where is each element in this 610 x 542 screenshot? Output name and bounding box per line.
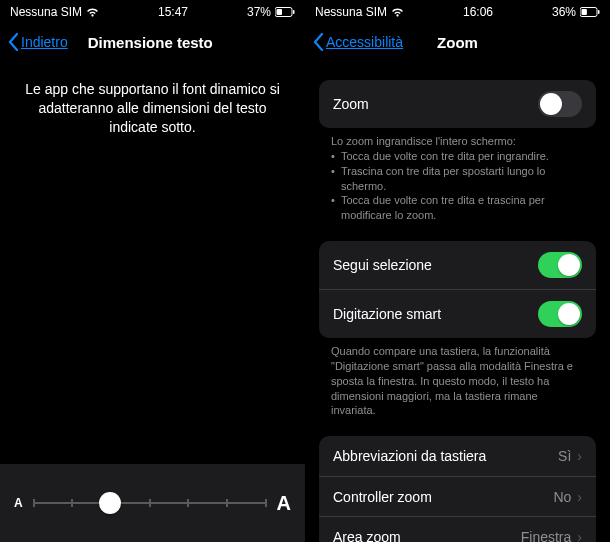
slider-ticks [33, 499, 267, 507]
row-keyboard-shortcuts[interactable]: Abbreviazioni da tastiera Sì› [319, 436, 596, 476]
wifi-icon [86, 7, 99, 17]
back-label: Accessibilità [326, 34, 403, 50]
slider-thumb[interactable] [99, 492, 121, 514]
page-title: Dimensione testo [88, 34, 213, 51]
chevron-left-icon [8, 33, 19, 51]
carrier-text: Nessuna SIM [10, 5, 82, 19]
svg-rect-4 [582, 9, 587, 15]
chevron-right-icon: › [577, 489, 582, 505]
bullet: Trascina con tre dita per spostarti lung… [331, 164, 584, 194]
row-label: Segui selezione [333, 257, 432, 273]
chevron-right-icon: › [577, 448, 582, 464]
chevron-right-icon: › [577, 529, 582, 542]
row-smart-typing[interactable]: Digitazione smart [319, 289, 596, 338]
back-label: Indietro [21, 34, 68, 50]
row-value: No [553, 489, 571, 505]
chevron-left-icon [313, 33, 324, 51]
row-label: Abbreviazioni da tastiera [333, 448, 486, 464]
battery-text: 37% [247, 5, 271, 19]
description-text: Le app che supportano il font dinamico s… [0, 62, 305, 137]
row-label: Zoom [333, 96, 369, 112]
clock-text: 16:06 [463, 5, 493, 19]
group-zoom: Zoom [319, 80, 596, 128]
row-zoom-area[interactable]: Area zoom Finestra› [319, 516, 596, 542]
battery-icon [580, 7, 600, 17]
zoom-toggle[interactable] [538, 91, 582, 117]
text-size-slider[interactable] [33, 502, 267, 504]
footer-text: Lo zoom ingrandisce l'intero schermo: [305, 128, 610, 149]
back-button[interactable]: Accessibilità [313, 33, 403, 51]
phone-right: Nessuna SIM 16:06 36% Accessibilità Zoom… [305, 0, 610, 542]
nav-bar: Indietro Dimensione testo [0, 20, 305, 62]
row-label: Controller zoom [333, 489, 432, 505]
phone-left: Nessuna SIM 15:47 37% Indietro Dimension… [0, 0, 305, 542]
battery-icon [275, 7, 295, 17]
carrier-text: Nessuna SIM [315, 5, 387, 19]
clock-text: 15:47 [158, 5, 188, 19]
battery-text: 36% [552, 5, 576, 19]
status-bar: Nessuna SIM 15:47 37% [0, 0, 305, 20]
nav-bar: Accessibilità Zoom [305, 20, 610, 62]
svg-rect-5 [598, 10, 600, 14]
footer-bullets: Tocca due volte con tre dita per ingrand… [305, 149, 610, 223]
row-zoom-toggle[interactable]: Zoom [319, 80, 596, 128]
follow-toggle[interactable] [538, 252, 582, 278]
group-options: Abbreviazioni da tastiera Sì› Controller… [319, 436, 596, 542]
svg-rect-2 [293, 10, 295, 14]
bullet: Tocca due volte con tre dita per ingrand… [331, 149, 584, 164]
slider-label-large: A [277, 492, 291, 515]
settings-content[interactable]: Zoom Lo zoom ingrandisce l'intero scherm… [305, 62, 610, 542]
wifi-icon [391, 7, 404, 17]
row-label: Area zoom [333, 529, 401, 542]
slider-label-small: A [14, 496, 23, 510]
svg-rect-1 [277, 9, 283, 15]
footer-text: Quando compare una tastiera, la funziona… [305, 338, 610, 418]
smart-toggle[interactable] [538, 301, 582, 327]
text-size-slider-section: A A [0, 464, 305, 542]
row-follow-selection[interactable]: Segui selezione [319, 241, 596, 289]
status-bar: Nessuna SIM 16:06 36% [305, 0, 610, 20]
back-button[interactable]: Indietro [8, 33, 68, 51]
bullet: Tocca due volte con tre dita e trascina … [331, 193, 584, 223]
group-follow-smart: Segui selezione Digitazione smart [319, 241, 596, 338]
row-label: Digitazione smart [333, 306, 441, 322]
row-zoom-controller[interactable]: Controller zoom No› [319, 476, 596, 516]
row-value: Sì [558, 448, 571, 464]
row-value: Finestra [521, 529, 572, 542]
